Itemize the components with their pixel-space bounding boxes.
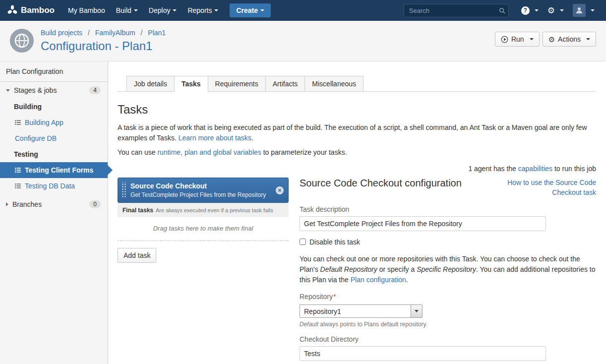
task-card-subtitle: Get TestComplete Project Files from the … (130, 191, 266, 198)
task-list-panel: Source Code Checkout Get TestComplete Pr… (118, 178, 289, 263)
chevron-right-icon (6, 202, 8, 206)
task-description-input[interactable] (300, 216, 546, 231)
job-list-icon (15, 120, 21, 125)
chevron-down-icon (260, 9, 264, 11)
final-tasks-description: Are always executed even if a previous t… (156, 207, 273, 213)
tab-artifacts[interactable]: Artifacts (265, 76, 305, 92)
user-menu[interactable] (568, 0, 599, 21)
learn-more-about-tasks-link[interactable]: Learn more about tasks (179, 134, 251, 142)
sidebar-stage-testing: Testing (0, 146, 108, 162)
search-icon (499, 7, 505, 14)
disable-task-row[interactable]: Disable this task (300, 238, 596, 246)
tasks-heading: Tasks (118, 103, 596, 117)
tab-job-details[interactable]: Job details (126, 76, 175, 92)
final-tasks-dropzone[interactable]: Drag tasks here to make them final (118, 217, 289, 241)
sidebar-item-building-app[interactable]: Building App (0, 115, 108, 130)
tab-tasks[interactable]: Tasks (174, 76, 208, 92)
close-icon[interactable]: × (276, 186, 284, 194)
variables-intro-text: You can use runtime, plan and global var… (118, 147, 596, 158)
repository-explanation-text: You can check out one or more repositori… (300, 254, 596, 285)
breadcrumb-familyalbum[interactable]: FamilyAlbum (95, 29, 135, 37)
header-actions: Run ⚙ Actions (495, 32, 596, 47)
final-tasks-label: Final tasks (122, 207, 153, 214)
nav-deploy-menu[interactable]: Deploy (143, 0, 182, 21)
create-button[interactable]: Create (230, 3, 271, 17)
admin-menu[interactable]: ⚙ (543, 0, 568, 21)
page-title: Configuration - Plan1 (41, 39, 166, 53)
capabilities-link[interactable]: capabilities (518, 165, 552, 173)
sidebar-item-testing-client-forms[interactable]: Testing Client Forms (0, 162, 108, 178)
checkout-directory-input[interactable] (300, 346, 546, 361)
help-menu[interactable]: ? (517, 0, 543, 21)
sidebar-branches[interactable]: Branches 0 (0, 196, 108, 213)
page-header: Build projects / FamilyAlbum / Plan1 Con… (0, 21, 606, 61)
chevron-down-icon (586, 38, 590, 40)
repository-select-value: Repository1 (300, 305, 411, 317)
header-text: Build projects / FamilyAlbum / Plan1 Con… (41, 29, 166, 53)
chevron-down-icon (591, 9, 595, 11)
drag-handle-icon[interactable] (121, 182, 126, 198)
chevron-down-icon (173, 9, 177, 11)
chevron-down-icon (560, 9, 564, 11)
disable-task-checkbox[interactable] (300, 239, 306, 245)
breadcrumb-separator: / (88, 29, 90, 37)
required-asterisk: * (333, 293, 336, 301)
select-dropdown-button[interactable] (411, 305, 422, 317)
chevron-down-icon (535, 9, 539, 11)
repository-select[interactable]: Repository1 (300, 304, 423, 318)
run-button[interactable]: Run (495, 32, 540, 47)
chevron-down-icon (6, 89, 10, 92)
task-description-label: Task description (300, 205, 596, 213)
final-tasks-header: Final tasksAre always executed even if a… (118, 203, 289, 217)
brand-label: Bamboo (21, 5, 55, 15)
branches-count-badge: 0 (89, 200, 101, 208)
task-config-panel: Source Code Checkout configuration How t… (300, 178, 596, 364)
play-circle-icon (501, 36, 508, 43)
bamboo-home-link[interactable]: Bamboo (7, 5, 55, 16)
chevron-down-icon (134, 9, 138, 11)
nav-reports-menu[interactable]: Reports (182, 0, 224, 21)
sidebar-item-testing-db-data[interactable]: Testing DB Data (0, 178, 108, 194)
tasks-intro-text: A task is a piece of work that is being … (118, 122, 596, 143)
bamboo-logo-icon (7, 5, 18, 16)
job-list-icon (15, 183, 21, 188)
tabs-bar: Job details Tasks Requirements Artifacts… (118, 75, 596, 92)
sidebar-stage-building: Building (0, 99, 108, 115)
top-navbar: Bamboo My Bamboo Build Deploy Reports Cr… (0, 0, 606, 21)
plan-avatar-icon (10, 29, 34, 54)
stages-count-badge: 4 (89, 86, 101, 94)
job-list-icon (15, 168, 21, 173)
chevron-down-icon (530, 38, 534, 40)
nav-build-menu[interactable]: Build (111, 0, 143, 21)
sidebar-stages-jobs[interactable]: Stages & jobs 4 (0, 82, 108, 99)
actions-button[interactable]: ⚙ Actions (543, 32, 596, 47)
sidebar: Plan Configuration Stages & jobs 4 Build… (0, 61, 108, 364)
config-header: Source Code Checkout configuration How t… (300, 178, 596, 198)
sidebar-item-configure-db[interactable]: Configure DB (0, 130, 108, 146)
breadcrumb-separator: / (141, 29, 143, 37)
disable-task-label: Disable this task (309, 238, 360, 246)
breadcrumb-build-projects[interactable]: Build projects (41, 29, 82, 37)
agent-capabilities-note: 1 agent has the capabilities to run this… (118, 165, 596, 173)
repository-label: Repository* (300, 293, 596, 301)
sidebar-title: Plan Configuration (0, 61, 108, 82)
help-icon: ? (521, 6, 530, 15)
tab-miscellaneous[interactable]: Miscellaneous (304, 76, 364, 92)
plan-configuration-link[interactable]: Plan configuration (351, 276, 406, 284)
tab-requirements[interactable]: Requirements (208, 76, 266, 92)
task-card-source-code-checkout[interactable]: Source Code Checkout Get TestComplete Pr… (118, 178, 289, 203)
user-avatar-icon (573, 4, 586, 17)
checkout-directory-label: Checkout Directory (300, 335, 596, 343)
how-to-use-link[interactable]: How to use the Source Code Checkout task (497, 178, 596, 198)
breadcrumb-plan1[interactable]: Plan1 (148, 29, 166, 37)
search-input[interactable] (404, 4, 509, 17)
variables-link[interactable]: runtime, plan and global variables (157, 148, 261, 156)
content-area: Job details Tasks Requirements Artifacts… (108, 61, 606, 364)
task-card-text: Source Code Checkout Get TestComplete Pr… (130, 182, 266, 198)
add-task-button[interactable]: Add task (118, 248, 156, 263)
chevron-down-icon (415, 310, 419, 312)
gear-icon: ⚙ (547, 6, 555, 15)
config-title: Source Code Checkout configuration (300, 178, 462, 189)
gear-icon: ⚙ (548, 36, 555, 43)
nav-my-bamboo[interactable]: My Bamboo (62, 0, 111, 21)
